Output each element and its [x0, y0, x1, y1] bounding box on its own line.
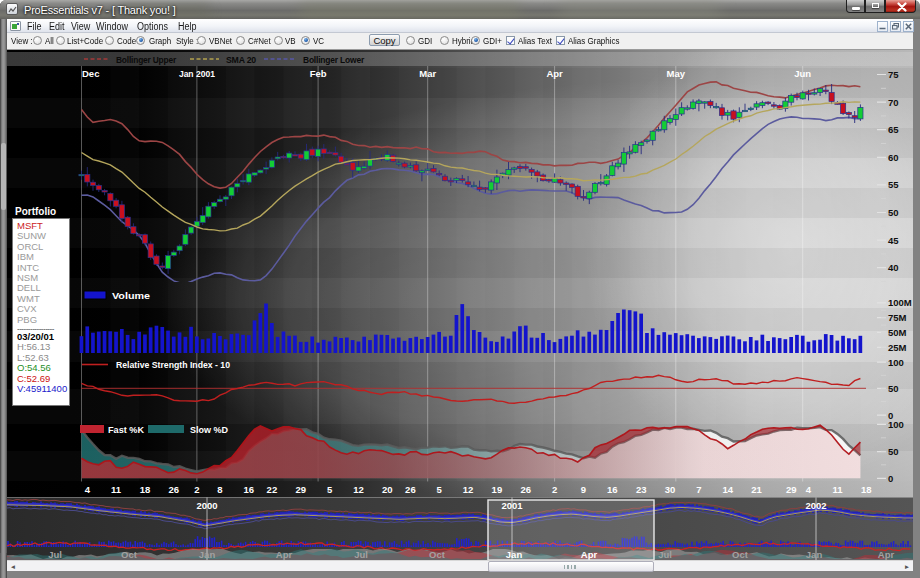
svg-text:Apr: Apr	[878, 549, 895, 560]
svg-text:May: May	[667, 68, 686, 79]
svg-text:23: 23	[636, 484, 647, 495]
svg-text:100M: 100M	[888, 297, 912, 308]
svg-text:Oct: Oct	[121, 549, 138, 560]
svg-text:Oct: Oct	[732, 549, 749, 560]
svg-text:Fast %K: Fast %K	[108, 424, 144, 435]
svg-text:2000: 2000	[196, 500, 217, 511]
svg-text:SMA 20: SMA 20	[226, 54, 256, 65]
svg-text:Feb: Feb	[310, 68, 327, 79]
svg-text:100: 100	[888, 419, 904, 430]
svg-text:Jan: Jan	[199, 549, 216, 560]
svg-text:12: 12	[463, 484, 474, 495]
svg-text:75M: 75M	[888, 312, 907, 323]
svg-text:50: 50	[888, 446, 899, 457]
svg-text:Jul: Jul	[354, 549, 368, 560]
svg-text:30: 30	[665, 484, 676, 495]
svg-text:50: 50	[888, 207, 899, 218]
svg-text:Relative Strength Index - 10: Relative Strength Index - 10	[116, 359, 230, 370]
svg-text:Jul: Jul	[48, 549, 62, 560]
svg-text:26: 26	[521, 484, 532, 495]
svg-text:29: 29	[786, 484, 797, 495]
svg-text:7: 7	[696, 484, 701, 495]
svg-text:Volume: Volume	[112, 290, 150, 301]
svg-text:Jan: Jan	[806, 549, 823, 560]
svg-text:9: 9	[581, 484, 586, 495]
svg-text:50M: 50M	[888, 327, 907, 338]
svg-text:70: 70	[888, 97, 899, 108]
svg-text:Jul: Jul	[658, 549, 672, 560]
svg-text:5: 5	[437, 484, 443, 495]
svg-text:14: 14	[722, 484, 733, 495]
svg-text:21: 21	[751, 484, 762, 495]
svg-text:Dec: Dec	[82, 68, 99, 79]
svg-text:65: 65	[888, 124, 899, 135]
svg-text:18: 18	[861, 484, 872, 495]
svg-text:11: 11	[832, 484, 843, 495]
svg-text:Bollinger Lower: Bollinger Lower	[303, 54, 364, 65]
svg-text:0: 0	[888, 473, 893, 484]
svg-text:40: 40	[888, 262, 899, 273]
svg-text:100: 100	[888, 357, 904, 368]
svg-text:50: 50	[888, 383, 899, 394]
svg-text:16: 16	[607, 484, 618, 495]
svg-text:Bollinger Upper: Bollinger Upper	[116, 54, 176, 65]
svg-text:4: 4	[85, 484, 91, 495]
svg-text:12: 12	[353, 484, 364, 495]
svg-text:16: 16	[244, 484, 255, 495]
svg-text:26: 26	[405, 484, 416, 495]
svg-text:4: 4	[806, 484, 812, 495]
svg-text:8: 8	[217, 484, 222, 495]
svg-text:11: 11	[111, 484, 122, 495]
svg-text:Jun: Jun	[794, 68, 811, 79]
svg-text:Apr: Apr	[276, 549, 293, 560]
svg-text:22: 22	[267, 484, 278, 495]
svg-text:26: 26	[169, 484, 180, 495]
svg-text:75: 75	[888, 69, 899, 80]
svg-text:55: 55	[888, 179, 899, 190]
svg-text:5: 5	[327, 484, 333, 495]
svg-text:20: 20	[382, 484, 393, 495]
svg-text:Mar: Mar	[419, 68, 436, 79]
svg-text:2002: 2002	[805, 500, 826, 511]
svg-text:2: 2	[552, 484, 557, 495]
svg-text:Slow %D: Slow %D	[190, 424, 228, 435]
svg-text:19: 19	[492, 484, 503, 495]
svg-text:18: 18	[140, 484, 151, 495]
svg-text:45: 45	[888, 235, 899, 246]
svg-text:2: 2	[194, 484, 199, 495]
svg-text:29: 29	[296, 484, 307, 495]
svg-text:Jan 2001: Jan 2001	[179, 68, 216, 79]
svg-text:Apr: Apr	[546, 68, 563, 79]
svg-text:Oct: Oct	[429, 549, 446, 560]
svg-text:60: 60	[888, 152, 899, 163]
svg-text:25M: 25M	[888, 342, 907, 353]
